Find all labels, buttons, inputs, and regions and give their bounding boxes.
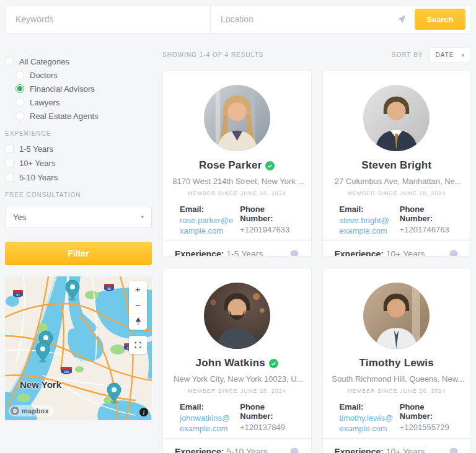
radio-icon[interactable] bbox=[15, 112, 24, 120]
avatar bbox=[363, 85, 430, 151]
experience-5-10[interactable]: 5-10 Years bbox=[5, 173, 152, 182]
category-label: Doctors bbox=[30, 71, 58, 80]
radio-icon[interactable] bbox=[15, 71, 24, 79]
email-label: Email: bbox=[180, 205, 234, 214]
email-link[interactable]: steve.bright@example.com bbox=[340, 216, 394, 237]
profile-card: Steven Bright 27 Columbus Ave, Manhattan… bbox=[322, 70, 472, 257]
results-panel: SHOWING 1-4 OF 4 RESULTS SORT BY DATE ▾ bbox=[162, 38, 471, 453]
experience-row: Experience: 10+ Years bbox=[335, 447, 425, 453]
map-attribution-icon[interactable]: i bbox=[139, 408, 148, 416]
email-link[interactable]: rose.parker@example.com bbox=[180, 216, 234, 237]
profile-address: New York City, New York 10023, U... bbox=[174, 374, 303, 384]
profile-address: South Richmond Hill, Queens, New... bbox=[332, 374, 464, 384]
compass-icon[interactable] bbox=[129, 314, 147, 330]
member-since: MEMBER SINCE JUNE 20, 2024 bbox=[174, 190, 300, 196]
experience-label: Experience: bbox=[175, 249, 224, 257]
profile-name: Rose Parker bbox=[199, 159, 262, 172]
location-input[interactable] bbox=[211, 6, 396, 33]
radio-checked-icon[interactable] bbox=[15, 84, 24, 93]
experience-value: 5-10 Years bbox=[226, 447, 268, 453]
svg-text:95: 95 bbox=[107, 287, 111, 291]
zoom-out-button[interactable]: − bbox=[129, 297, 147, 314]
svg-text:495: 495 bbox=[64, 370, 69, 374]
category-doctors[interactable]: Doctors bbox=[15, 71, 152, 79]
checkbox-icon[interactable] bbox=[5, 173, 14, 182]
category-real-estate-agents[interactable]: Real Estate Agents bbox=[15, 112, 152, 120]
mapbox-text: mapbox bbox=[22, 407, 49, 415]
experience-1-5[interactable]: 1-5 Years bbox=[5, 144, 152, 153]
experience-section-label: EXPERIENCE bbox=[5, 130, 152, 137]
experience-value: 10+ Years bbox=[386, 249, 425, 257]
map[interactable]: 87 95 278 495 bbox=[5, 276, 152, 420]
phone-label: Phone Number: bbox=[240, 402, 294, 421]
category-label: Real Estate Agents bbox=[30, 112, 99, 121]
phone-value: +1201555729 bbox=[400, 423, 454, 432]
profile-name: John Watkins bbox=[196, 357, 265, 369]
sort-select[interactable]: DATE ▾ bbox=[430, 47, 471, 63]
profile-card: Timothy Lewis South Richmond Hill, Queen… bbox=[322, 268, 472, 453]
mapbox-icon bbox=[11, 407, 19, 415]
experience-value: 1-5 Years bbox=[226, 249, 263, 257]
experience-row: Experience: 1-5 Years bbox=[175, 249, 263, 257]
radio-icon[interactable] bbox=[15, 98, 24, 107]
select-value: Yes bbox=[13, 213, 26, 222]
search-bar: Search bbox=[5, 5, 471, 33]
checkbox-label: 1-5 Years bbox=[19, 144, 53, 154]
category-label: All Categories bbox=[19, 57, 69, 66]
member-since: MEMBER SINCE JUNE 20, 2024 bbox=[334, 190, 460, 196]
category-label: Financial Advisors bbox=[30, 84, 95, 94]
profile-card: Rose Parker 8170 West 214th Street, New … bbox=[162, 70, 312, 257]
keywords-input[interactable] bbox=[6, 6, 210, 33]
results-grid: Rose Parker 8170 West 214th Street, New … bbox=[162, 70, 471, 453]
phone-label: Phone Number: bbox=[240, 205, 294, 223]
verified-badge-icon bbox=[269, 359, 278, 368]
map-controls: + − bbox=[129, 281, 147, 330]
results-count: SHOWING 1-4 OF 4 RESULTS bbox=[162, 51, 263, 58]
avatar bbox=[204, 85, 270, 151]
member-since: MEMBER SINCE JUNE 20, 2024 bbox=[174, 388, 300, 394]
chat-icon[interactable] bbox=[449, 250, 459, 257]
free-consultation-select[interactable]: Yes ▾ bbox=[5, 206, 152, 228]
experience-label: Experience: bbox=[175, 447, 224, 453]
free-consultation-label: FREE CONSULTATION bbox=[5, 191, 152, 198]
experience-label: Experience: bbox=[335, 447, 384, 453]
email-link[interactable]: johnwatkins@example.com bbox=[180, 413, 234, 434]
mapbox-logo[interactable]: mapbox bbox=[9, 405, 54, 416]
profile-address: 8170 West 214th Street, New York ... bbox=[172, 177, 304, 186]
svg-text:87: 87 bbox=[16, 293, 20, 297]
profile-name: Timothy Lewis bbox=[359, 357, 434, 369]
email-label: Email: bbox=[180, 402, 234, 411]
email-label: Email: bbox=[340, 402, 394, 411]
experience-row: Experience: 5-10 Years bbox=[175, 447, 268, 453]
checkbox-icon[interactable] bbox=[5, 144, 14, 153]
checkbox-label: 5-10 Years bbox=[19, 173, 58, 182]
fullscreen-icon[interactable] bbox=[129, 336, 147, 354]
map-city-label: New York bbox=[20, 379, 61, 390]
experience-10-plus[interactable]: 10+ Years bbox=[5, 159, 152, 167]
category-all[interactable]: All Categories bbox=[5, 57, 152, 66]
verified-badge-icon bbox=[265, 161, 275, 170]
profile-card: John Watkins New York City, New York 100… bbox=[162, 268, 312, 453]
email-link[interactable]: timothy.lewis@example.com bbox=[340, 413, 394, 434]
filter-button[interactable]: Filter bbox=[5, 242, 152, 265]
category-lawyers[interactable]: Lawyers bbox=[15, 98, 152, 107]
phone-label: Phone Number: bbox=[400, 205, 454, 223]
filters-sidebar: All Categories Doctors Financial Advisor… bbox=[5, 38, 152, 453]
phone-label: Phone Number: bbox=[400, 402, 454, 421]
chat-icon[interactable] bbox=[289, 447, 299, 453]
avatar bbox=[363, 283, 430, 349]
geolocate-icon[interactable] bbox=[396, 14, 407, 25]
chevron-down-icon: ▾ bbox=[461, 52, 465, 58]
member-since: MEMBER SINCE JUNE 20, 2024 bbox=[334, 388, 460, 394]
email-label: Email: bbox=[340, 205, 394, 214]
experience-label: Experience: bbox=[335, 249, 384, 257]
checkbox-icon[interactable] bbox=[5, 159, 14, 167]
category-financial-advisors[interactable]: Financial Advisors bbox=[15, 84, 152, 93]
avatar bbox=[204, 283, 270, 349]
zoom-in-button[interactable]: + bbox=[129, 281, 147, 297]
radio-icon[interactable] bbox=[5, 57, 14, 66]
search-button[interactable]: Search bbox=[415, 9, 465, 30]
chat-icon[interactable] bbox=[289, 250, 299, 257]
experience-row: Experience: 10+ Years bbox=[335, 249, 425, 257]
chat-icon[interactable] bbox=[449, 447, 459, 453]
